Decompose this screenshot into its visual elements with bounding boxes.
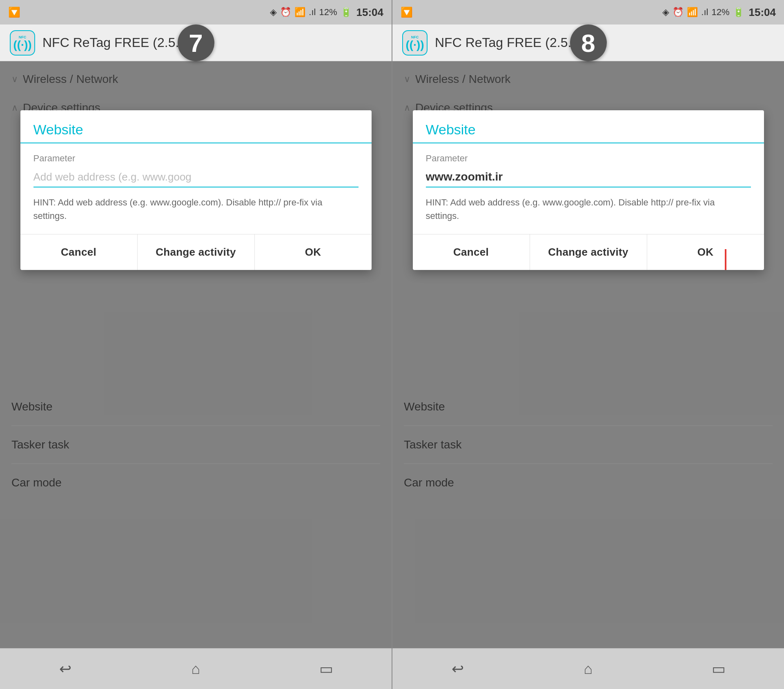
main-content-1: ∨ Wireless / Network ∧ Device settings W… xyxy=(0,61,392,648)
cancel-button-1[interactable]: Cancel xyxy=(20,234,138,270)
change-activity-button-1[interactable]: Change activity xyxy=(138,234,255,270)
back-icon-2: ↩ xyxy=(452,660,464,678)
dialog-overlay-2: Website Parameter HINT: Add web address … xyxy=(392,61,784,648)
back-button-2[interactable]: ↩ xyxy=(441,657,474,681)
dialog-title-bar-2: Website xyxy=(413,110,764,143)
phone-panel-1: 🔽 ◈ ⏰ 📶 .ıl 12% 🔋 15:04 NFC ((·)) NFC Re… xyxy=(0,0,392,689)
status-time-2: 15:04 xyxy=(749,6,776,19)
step-badge-2: 8 xyxy=(570,25,607,61)
alarm-icon-1: ⏰ xyxy=(280,7,291,18)
dialog-body-2: Parameter HINT: Add web address (e.g. ww… xyxy=(413,143,764,223)
signal-icon-1: 🔽 xyxy=(8,7,20,18)
signal-bars-1: .ıl xyxy=(309,7,316,18)
status-bar-right-1: ◈ ⏰ 📶 .ıl 12% 🔋 15:04 xyxy=(270,6,383,19)
battery-percent-2: 12% xyxy=(711,7,729,18)
main-content-2: ∨ Wireless / Network ∧ Device settings W… xyxy=(392,61,784,648)
red-arrow xyxy=(720,249,731,270)
change-activity-button-2[interactable]: Change activity xyxy=(530,234,647,270)
nav-bar-2: ↩ ⌂ ▭ xyxy=(392,648,784,689)
home-icon-1: ⌂ xyxy=(192,660,200,678)
nfc-waves-icon-1: ((·)) xyxy=(13,39,31,51)
wifi-icon-2: 📶 xyxy=(687,7,698,18)
dialog-title-bar-1: Website xyxy=(20,110,372,143)
hint-text-2: HINT: Add web address (e.g. www.google.c… xyxy=(426,196,751,223)
url-input-1[interactable] xyxy=(33,168,359,187)
ok-button-2[interactable]: OK xyxy=(647,234,764,270)
wifi-icon-1: 📶 xyxy=(294,7,305,18)
status-bar-right-2: ◈ ⏰ 📶 .ıl 12% 🔋 15:04 xyxy=(662,6,776,19)
alarm-icon-2: ⏰ xyxy=(673,7,684,18)
recents-button-2[interactable]: ▭ xyxy=(702,657,735,681)
signal-icon-2: 🔽 xyxy=(401,7,413,18)
nav-bar-1: ↩ ⌂ ▭ xyxy=(0,648,392,689)
hint-text-1: HINT: Add web address (e.g. www.google.c… xyxy=(33,196,359,223)
dialog-title-text-2: Website xyxy=(426,122,476,137)
app-title-1: NFC ReTag FREE (2.5.1) xyxy=(42,35,191,50)
nfc-waves-icon-2: ((·)) xyxy=(405,39,424,51)
dialog-body-1: Parameter HINT: Add web address (e.g. ww… xyxy=(20,143,372,223)
step-badge-1: 7 xyxy=(178,25,214,61)
recents-button-1[interactable]: ▭ xyxy=(310,657,343,681)
status-bar-2: 🔽 ◈ ⏰ 📶 .ıl 12% 🔋 15:04 xyxy=(392,0,784,25)
app-title-2: NFC ReTag FREE (2.5.1) xyxy=(435,35,583,50)
recents-icon-1: ▭ xyxy=(319,660,333,678)
battery-percent-1: 12% xyxy=(319,7,337,18)
home-button-1[interactable]: ⌂ xyxy=(179,657,212,681)
recents-icon-2: ▭ xyxy=(712,660,726,678)
url-input-2[interactable] xyxy=(426,168,751,187)
signal-bars-2: .ıl xyxy=(701,7,708,18)
battery-icon-1: 🔋 xyxy=(341,7,352,18)
vibrate-icon-2: ◈ xyxy=(662,7,669,18)
dialog-2: Website Parameter HINT: Add web address … xyxy=(413,110,764,270)
dialog-1: Website Parameter HINT: Add web address … xyxy=(20,110,372,270)
nfc-logo-1: NFC ((·)) xyxy=(10,30,35,56)
battery-icon-2: 🔋 xyxy=(733,7,744,18)
dialog-overlay-1: Website Parameter HINT: Add web address … xyxy=(0,61,392,648)
back-icon-1: ↩ xyxy=(59,660,71,678)
status-bar-1: 🔽 ◈ ⏰ 📶 .ıl 12% 🔋 15:04 xyxy=(0,0,392,25)
arrow-line xyxy=(725,249,726,270)
cancel-button-2[interactable]: Cancel xyxy=(413,234,530,270)
status-time-1: 15:04 xyxy=(356,6,384,19)
phone-panel-2: 🔽 ◈ ⏰ 📶 .ıl 12% 🔋 15:04 NFC ((·)) NFC Re… xyxy=(392,0,784,689)
status-bar-left-1: 🔽 xyxy=(8,7,20,18)
nfc-logo-2: NFC ((·)) xyxy=(402,30,428,56)
param-label-1: Parameter xyxy=(33,153,359,164)
ok-button-1[interactable]: OK xyxy=(255,234,372,270)
dialog-buttons-2: Cancel Change activity OK xyxy=(413,234,764,270)
home-icon-2: ⌂ xyxy=(584,660,593,678)
home-button-2[interactable]: ⌂ xyxy=(572,657,604,681)
param-label-2: Parameter xyxy=(426,153,751,164)
back-button-1[interactable]: ↩ xyxy=(49,657,82,681)
status-bar-left-2: 🔽 xyxy=(401,7,413,18)
dialog-buttons-1: Cancel Change activity OK xyxy=(20,234,372,270)
vibrate-icon-1: ◈ xyxy=(270,7,277,18)
dialog-title-text-1: Website xyxy=(33,122,83,137)
